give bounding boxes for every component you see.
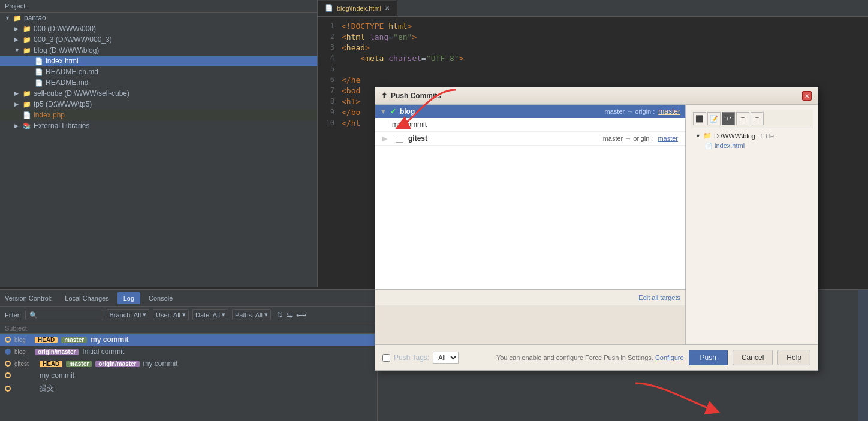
tree-item-readme-en[interactable]: 📄 README.en.md <box>0 66 317 77</box>
dialog-left-spacer <box>375 146 685 289</box>
line-number: 7 <box>318 86 342 95</box>
commit-row[interactable]: my commit <box>375 118 685 132</box>
tree-item-index-html[interactable]: 📄 index.html <box>0 56 317 66</box>
folder-icon: 📁 <box>23 25 31 33</box>
tree-item-external-libraries[interactable]: ▶ 📚 External Libraries <box>0 120 317 131</box>
branch-target-link[interactable]: master <box>658 135 678 142</box>
dialog-title-label: Push Commits <box>391 92 441 100</box>
tree-root: ▼ 📁 pantao ▶ 📁 000 (D:\WWW\000) ▶ 📁 000_… <box>0 13 317 131</box>
line-content: <meta charset="UTF-8"> <box>342 54 464 63</box>
log-row[interactable]: blog HEAD master my commit <box>0 334 377 346</box>
tree-item-readme-md[interactable]: 📄 README.md <box>0 77 317 88</box>
edit-all-targets: Edit all targets <box>375 289 685 305</box>
collapse-button[interactable]: ≡ <box>751 112 764 125</box>
expand-button[interactable]: ≡ <box>736 112 749 125</box>
push-tags-row: Push Tags: All <box>382 352 459 364</box>
tree-label: index.html <box>46 57 79 65</box>
log-row[interactable]: blog origin/master Initial commit <box>0 346 377 358</box>
branch-arrow: master → origin : <box>605 108 655 115</box>
line-content: <head> <box>342 43 370 52</box>
branch-target-link[interactable]: master <box>658 107 680 116</box>
merge-icon[interactable]: ⇆ <box>287 311 293 319</box>
html-file-icon: 📄 <box>705 143 712 149</box>
commit-dot <box>5 386 11 392</box>
editor-tabs: 📄 blog\index.html ✕ <box>318 0 868 17</box>
log-row[interactable]: my commit <box>0 369 377 381</box>
expand-icon[interactable]: ⟷ <box>296 311 306 319</box>
commit-dot <box>5 337 11 343</box>
expand-arrow-icon: ▼ <box>380 108 387 115</box>
right-scrollbar[interactable] <box>858 290 868 421</box>
badge-head: HEAD <box>40 361 62 367</box>
date-dropdown[interactable]: Date: All ▾ <box>192 309 228 320</box>
push-commits-dialog: ⬆ Push Commits ✕ ▼ ✓ blog master → origi… <box>375 87 818 371</box>
tree-label: 000_3 (D:\WWW\000_3) <box>34 35 112 44</box>
tree-label: tp5 (D:\WWW\tp5) <box>34 100 92 108</box>
cancel-button[interactable]: Cancel <box>733 350 773 365</box>
help-button[interactable]: Help <box>777 350 810 365</box>
tree-item-tp5[interactable]: ▶ 📁 tp5 (D:\WWW\tp5) <box>0 99 317 110</box>
tree-item-blog[interactable]: ▼ 📁 blog (D:\WWW\blog) <box>0 45 317 56</box>
line-number: 5 <box>318 65 342 73</box>
tree-label: External Libraries <box>34 122 89 130</box>
tab-label: blog\index.html <box>337 5 381 12</box>
tree-item-sell-cube[interactable]: ▶ 📁 sell-cube (D:\WWW\sell-cube) <box>0 88 317 99</box>
tab-local-changes[interactable]: Local Changes <box>59 292 114 304</box>
user-dropdown[interactable]: User: All ▾ <box>153 309 189 320</box>
tab-close-icon[interactable]: ✕ <box>385 5 390 11</box>
code-line-3: 3 <head> <box>318 43 868 54</box>
folder-icon: 📁 <box>13 14 22 22</box>
diff-button[interactable]: ⬛ <box>693 112 706 125</box>
right-tree-folder-item[interactable]: ▼ 📁 D:\WWW\blog 1 file <box>693 131 810 141</box>
dialog-right-panel: ⬛ 📝 ↩ ≡ ≡ ▼ 📁 D:\WWW\blog 1 file 📄 index… <box>686 105 818 344</box>
dialog-close-button[interactable]: ✕ <box>802 91 812 101</box>
filter-input[interactable] <box>25 310 103 320</box>
tab-label: Console <box>149 295 173 302</box>
paths-dropdown[interactable]: Paths: All ▾ <box>232 309 271 320</box>
file-label: index.html <box>715 142 745 149</box>
tree-label: README.md <box>46 78 88 87</box>
push-tags-checkbox[interactable] <box>382 354 390 362</box>
chevron-down-icon: ▾ <box>143 311 146 319</box>
tree-item-000-3[interactable]: ▶ 📁 000_3 (D:\WWW\000_3) <box>0 34 317 45</box>
line-number: 3 <box>318 43 342 52</box>
tree-item-index-php[interactable]: 📄 index.php <box>0 110 317 120</box>
sort-icon[interactable]: ⇅ <box>277 311 283 319</box>
editor-tab-index-html[interactable]: 📄 blog\index.html ✕ <box>318 1 397 16</box>
repo-name-label: gitest <box>408 134 427 143</box>
tree-item-000[interactable]: ▶ 📁 000 (D:\WWW\000) <box>0 23 317 34</box>
commit-subject: my commit <box>143 359 178 368</box>
chevron-down-icon: ▾ <box>222 311 225 319</box>
code-line-4: 4 <meta charset="UTF-8"> <box>318 54 868 65</box>
expand-icon: ▶ <box>14 90 20 96</box>
repo-row-blog[interactable]: ▼ ✓ blog master → origin : master <box>375 105 685 118</box>
vc-label: Version Control: <box>5 295 52 302</box>
line-number: 1 <box>318 22 342 30</box>
tree-label: 000 (D:\WWW\000) <box>34 25 96 33</box>
gitest-checkbox[interactable] <box>396 135 403 143</box>
tab-log[interactable]: Log <box>117 292 140 304</box>
right-tree-file-item[interactable]: 📄 index.html <box>693 141 810 150</box>
edit-all-link[interactable]: Edit all targets <box>638 294 680 301</box>
branch-dropdown[interactable]: Branch: All ▾ <box>107 309 150 320</box>
edit-button[interactable]: 📝 <box>707 112 721 125</box>
expand-icon: ▶ <box>14 101 20 107</box>
tab-console[interactable]: Console <box>143 292 179 304</box>
revert-button[interactable]: ↩ <box>722 112 735 125</box>
badge-origin: origin/master <box>95 361 139 367</box>
log-row[interactable]: gitest HEAD master origin/master my comm… <box>0 358 377 369</box>
code-line-1: 1 <!DOCTYPE html> <box>318 22 868 32</box>
push-tags-select[interactable]: All <box>433 352 459 364</box>
tree-item-pantao[interactable]: ▼ 📁 pantao <box>0 13 317 23</box>
folder-icon: 📁 <box>23 90 31 98</box>
configure-link[interactable]: Configure <box>655 354 684 361</box>
log-row[interactable]: 提交 <box>0 381 377 395</box>
badge-head: HEAD <box>35 337 58 343</box>
tree-label: sell-cube (D:\WWW\sell-cube) <box>34 89 129 98</box>
folder-icon: 📁 <box>23 47 31 54</box>
push-button[interactable]: Push <box>689 350 728 365</box>
repo-row-gitest[interactable]: ▶ gitest master → origin : master <box>375 132 685 146</box>
push-tags-label: Push Tags: <box>394 353 429 362</box>
badge-master: master <box>66 361 92 367</box>
badge-master: master <box>61 337 87 343</box>
